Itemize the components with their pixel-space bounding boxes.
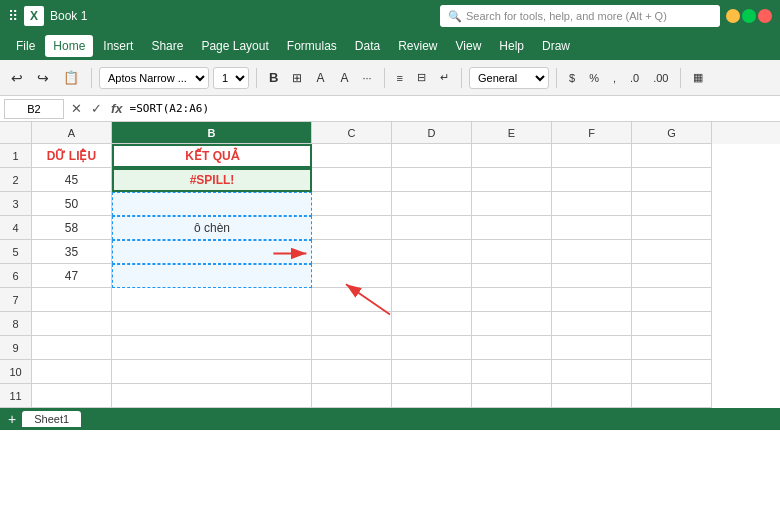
cell-a2[interactable]: 45: [32, 168, 112, 192]
cell-b2[interactable]: #SPILL!: [112, 168, 312, 192]
cell-g4[interactable]: [632, 216, 712, 240]
cell-d3[interactable]: [392, 192, 472, 216]
cell-c9[interactable]: [312, 336, 392, 360]
apps-icon[interactable]: ⠿: [8, 8, 18, 24]
cell-a8[interactable]: [32, 312, 112, 336]
cell-g5[interactable]: [632, 240, 712, 264]
search-box[interactable]: 🔍 Search for tools, help, and more (Alt …: [440, 5, 720, 27]
cell-a1[interactable]: DỮ LIỆU: [32, 144, 112, 168]
sheet-tab-1[interactable]: Sheet1: [22, 411, 81, 427]
cell-f9[interactable]: [552, 336, 632, 360]
cell-d10[interactable]: [392, 360, 472, 384]
increase-decimal-button[interactable]: .0: [625, 69, 644, 87]
formula-input[interactable]: [130, 102, 776, 115]
cell-d1[interactable]: [392, 144, 472, 168]
cell-g1[interactable]: [632, 144, 712, 168]
menu-data[interactable]: Data: [347, 35, 388, 57]
cancel-formula-icon[interactable]: ✕: [68, 101, 85, 116]
font-color-button[interactable]: A: [335, 68, 353, 88]
bold-button[interactable]: B: [264, 67, 283, 88]
cell-b1[interactable]: KẾT QUẢ: [112, 144, 312, 168]
insert-function-icon[interactable]: fx: [108, 101, 126, 116]
menu-page-layout[interactable]: Page Layout: [193, 35, 276, 57]
more-button[interactable]: ···: [357, 69, 376, 87]
cell-g8[interactable]: [632, 312, 712, 336]
add-sheet-button[interactable]: +: [8, 411, 16, 427]
cell-b11[interactable]: [112, 384, 312, 408]
minimize-button[interactable]: [726, 9, 740, 23]
percent-button[interactable]: %: [584, 69, 604, 87]
cell-f1[interactable]: [552, 144, 632, 168]
cell-f4[interactable]: [552, 216, 632, 240]
cell-g7[interactable]: [632, 288, 712, 312]
cell-b10[interactable]: [112, 360, 312, 384]
cell-a10[interactable]: [32, 360, 112, 384]
cell-a5[interactable]: 35: [32, 240, 112, 264]
cell-d11[interactable]: [392, 384, 472, 408]
cell-c5[interactable]: [312, 240, 392, 264]
cell-g6[interactable]: [632, 264, 712, 288]
menu-file[interactable]: File: [8, 35, 43, 57]
comma-button[interactable]: ,: [608, 69, 621, 87]
col-header-b[interactable]: B: [112, 122, 312, 144]
cell-g10[interactable]: [632, 360, 712, 384]
menu-draw[interactable]: Draw: [534, 35, 578, 57]
cell-g9[interactable]: [632, 336, 712, 360]
col-header-a[interactable]: A: [32, 122, 112, 144]
cell-f6[interactable]: [552, 264, 632, 288]
cell-g11[interactable]: [632, 384, 712, 408]
cell-a7[interactable]: [32, 288, 112, 312]
cell-e10[interactable]: [472, 360, 552, 384]
cell-a4[interactable]: 58: [32, 216, 112, 240]
cell-e2[interactable]: [472, 168, 552, 192]
cell-b7[interactable]: [112, 288, 312, 312]
col-header-f[interactable]: F: [552, 122, 632, 144]
cell-c11[interactable]: [312, 384, 392, 408]
menu-home[interactable]: Home: [45, 35, 93, 57]
cell-a3[interactable]: 50: [32, 192, 112, 216]
borders-button[interactable]: ⊞: [287, 68, 307, 88]
cell-c8[interactable]: [312, 312, 392, 336]
cell-f8[interactable]: [552, 312, 632, 336]
cell-e4[interactable]: [472, 216, 552, 240]
undo-button[interactable]: ↩: [6, 67, 28, 89]
font-size-selector[interactable]: 14: [213, 67, 249, 89]
cell-e1[interactable]: [472, 144, 552, 168]
clipboard-button[interactable]: 📋: [58, 67, 84, 88]
cell-reference-box[interactable]: [4, 99, 64, 119]
cell-c3[interactable]: [312, 192, 392, 216]
col-header-e[interactable]: E: [472, 122, 552, 144]
cell-d2[interactable]: [392, 168, 472, 192]
cell-e7[interactable]: [472, 288, 552, 312]
cell-c7[interactable]: [312, 288, 392, 312]
merge-center-button[interactable]: ⊟: [412, 68, 431, 87]
confirm-formula-icon[interactable]: ✓: [88, 101, 105, 116]
redo-button[interactable]: ↪: [32, 67, 54, 89]
cell-d7[interactable]: [392, 288, 472, 312]
cell-d4[interactable]: [392, 216, 472, 240]
table-format-button[interactable]: ▦: [688, 68, 708, 87]
menu-share[interactable]: Share: [143, 35, 191, 57]
cell-e5[interactable]: [472, 240, 552, 264]
font-name-selector[interactable]: Aptos Narrow ...: [99, 67, 209, 89]
align-left-button[interactable]: ≡: [392, 69, 408, 87]
cell-b9[interactable]: [112, 336, 312, 360]
menu-help[interactable]: Help: [491, 35, 532, 57]
cell-d9[interactable]: [392, 336, 472, 360]
cell-b6[interactable]: [112, 264, 312, 288]
cell-e3[interactable]: [472, 192, 552, 216]
cell-c10[interactable]: [312, 360, 392, 384]
decrease-decimal-button[interactable]: .00: [648, 69, 673, 87]
cell-e11[interactable]: [472, 384, 552, 408]
col-header-g[interactable]: G: [632, 122, 712, 144]
currency-button[interactable]: $: [564, 69, 580, 87]
cell-b5[interactable]: [112, 240, 312, 264]
number-format-selector[interactable]: General: [469, 67, 549, 89]
menu-insert[interactable]: Insert: [95, 35, 141, 57]
cell-f11[interactable]: [552, 384, 632, 408]
cell-a9[interactable]: [32, 336, 112, 360]
cell-f3[interactable]: [552, 192, 632, 216]
col-header-c[interactable]: C: [312, 122, 392, 144]
cell-g2[interactable]: [632, 168, 712, 192]
menu-formulas[interactable]: Formulas: [279, 35, 345, 57]
